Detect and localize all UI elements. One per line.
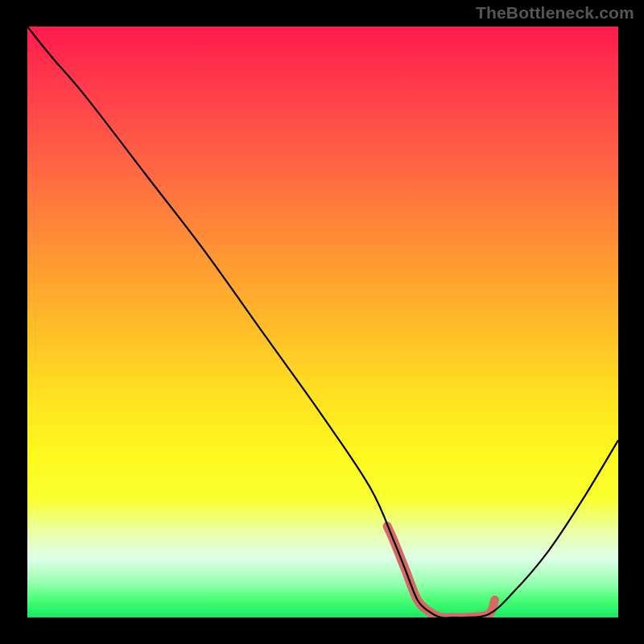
attribution-text: TheBottleneck.com: [476, 3, 634, 23]
chart-frame: TheBottleneck.com: [0, 0, 644, 644]
chart-svg: [27, 27, 618, 617]
bottleneck-curve: [27, 27, 618, 617]
plot-area: [27, 27, 618, 617]
optimal-range-accent: [387, 526, 494, 617]
